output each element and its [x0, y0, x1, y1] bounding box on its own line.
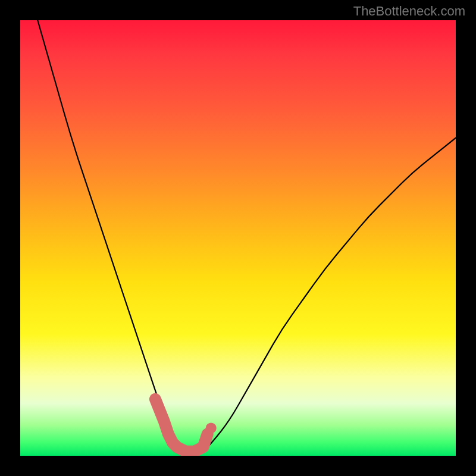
watermark-label: TheBottleneck.com	[353, 4, 465, 19]
plot-area	[20, 20, 456, 456]
valley-marker-group	[155, 399, 217, 452]
curve-svg	[20, 20, 456, 456]
valley-marker-dot	[206, 422, 217, 433]
bottleneck-curve-path	[37, 20, 456, 455]
valley-marker-line	[155, 399, 208, 452]
